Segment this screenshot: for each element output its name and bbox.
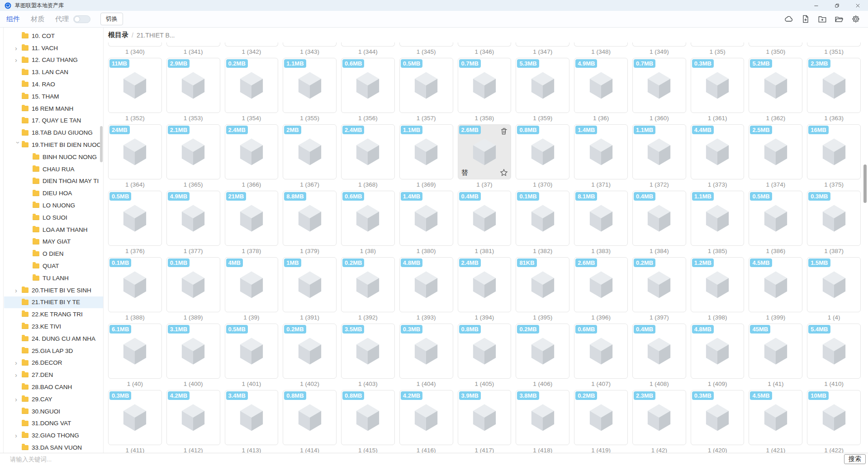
sidebar-item-lo-nuong[interactable]: LO NUONG: [4, 199, 103, 211]
asset-card[interactable]: 0.2MB: [283, 324, 337, 379]
asset-card-partial[interactable]: [749, 42, 802, 47]
sidebar-item-15-tham[interactable]: 15. THAM: [4, 90, 103, 103]
asset-card[interactable]: 3.4MB: [225, 390, 279, 445]
asset-card[interactable]: 3.1MB: [166, 324, 220, 379]
sidebar-item-33-da-san-vuon[interactable]: 33.DA SAN VUON: [4, 442, 103, 453]
sidebar-item-19-thiet-bi-dien-nuoc[interactable]: › 19.THIET BI DIEN NUOC: [4, 139, 103, 151]
sidebar-item-tu-lanh[interactable]: TU LANH: [4, 272, 103, 284]
asset-card[interactable]: 2.1MB: [166, 124, 220, 179]
search-button[interactable]: 搜索: [844, 454, 866, 464]
asset-card[interactable]: 0.6MB: [341, 191, 395, 246]
asset-card[interactable]: 4.4MB: [691, 124, 745, 179]
asset-card[interactable]: 0.1MB: [516, 191, 569, 246]
asset-card[interactable]: 0.4MB: [632, 191, 686, 246]
sidebar-item-28-bao-canh[interactable]: 28.BAO CANH: [4, 381, 103, 393]
asset-card[interactable]: 2.6MB替: [458, 124, 512, 179]
asset-card[interactable]: 2.4MB: [341, 124, 395, 179]
sidebar-item-11-vach[interactable]: › 11. VACH: [4, 42, 103, 54]
asset-card[interactable]: 4.5MB: [749, 257, 802, 312]
asset-card[interactable]: 4.2MB: [166, 390, 220, 445]
asset-card[interactable]: 4.5MB: [749, 390, 802, 445]
sidebar-item-32-giao-thong[interactable]: › 32.GIAO THONG: [4, 429, 103, 442]
sidebar-item-27-den[interactable]: › 27.DEN: [4, 369, 103, 381]
asset-card[interactable]: 5.2MB: [749, 58, 802, 113]
sidebar-item-17-quay-le-tan[interactable]: 17. QUAY LE TAN: [4, 115, 103, 127]
sidebar-item-binh-nuoc-nong[interactable]: BINH NUOC NONG: [4, 151, 103, 163]
open-folder-button[interactable]: [833, 13, 845, 25]
asset-card[interactable]: 0.8MB: [458, 324, 512, 379]
asset-card[interactable]: 0.2MB: [516, 324, 569, 379]
asset-card[interactable]: 1.1MB: [691, 191, 745, 246]
asset-card[interactable]: 0.6MB: [574, 324, 628, 379]
sidebar-item-dieu-hoa[interactable]: DIEU HOA: [4, 187, 103, 199]
breadcrumb-root[interactable]: 根目录: [108, 31, 128, 39]
asset-card[interactable]: 5.4MB: [807, 324, 861, 379]
asset-card[interactable]: 1.2MB: [691, 257, 745, 312]
sidebar-item-20-thiet-bi-ve-sinh[interactable]: › 20.THIET BI VE SINH: [4, 284, 103, 296]
chevron-right-icon[interactable]: ›: [15, 56, 22, 63]
sidebar-item-chau-rua[interactable]: CHAU RUA: [4, 163, 103, 175]
switch-button[interactable]: 切换: [100, 13, 123, 25]
asset-card[interactable]: 1.1MB: [399, 124, 453, 179]
asset-card-partial[interactable]: [225, 42, 279, 47]
asset-card[interactable]: 2.6MB: [574, 257, 628, 312]
asset-card[interactable]: 1.5MB: [807, 257, 861, 312]
asset-card[interactable]: 10MB: [807, 390, 861, 445]
tab-materials[interactable]: 材质: [31, 15, 44, 23]
chevron-right-icon[interactable]: ›: [15, 432, 22, 439]
asset-card[interactable]: 2.4MB: [225, 124, 279, 179]
asset-card[interactable]: 45MB: [749, 324, 802, 379]
sidebar-item-21-thiet-bi-y-te[interactable]: 21.THIET BI Y TE: [4, 296, 103, 309]
asset-card-partial[interactable]: [807, 42, 861, 47]
asset-card-partial[interactable]: [341, 42, 395, 47]
asset-card[interactable]: 8.8MB: [283, 191, 337, 246]
asset-card[interactable]: 0.2MB: [574, 390, 628, 445]
sidebar-item-lo-suoi[interactable]: LO SUOI: [4, 211, 103, 224]
asset-card[interactable]: 16MB: [807, 124, 861, 179]
replace-action-label[interactable]: 替: [461, 169, 468, 177]
grid-scrollbar-thumb[interactable]: [863, 164, 867, 203]
asset-card[interactable]: 0.5MB: [108, 191, 162, 246]
keyword-search-input[interactable]: [0, 453, 840, 465]
close-button[interactable]: [847, 0, 868, 11]
asset-card[interactable]: 3.9MB: [458, 390, 512, 445]
asset-card[interactable]: 0.7MB: [632, 58, 686, 113]
asset-card[interactable]: 4.9MB: [574, 58, 628, 113]
asset-card[interactable]: 4.2MB: [399, 390, 453, 445]
asset-card-partial[interactable]: [166, 42, 220, 47]
chevron-right-icon[interactable]: ›: [15, 396, 22, 403]
sidebar-item-18-tab-dau-giuong[interactable]: 18.TAB DAU GIUONG: [4, 127, 103, 139]
asset-card[interactable]: 0.2MB: [632, 257, 686, 312]
sidebar-item-loa-am-thanh[interactable]: LOA AM THANH: [4, 224, 103, 236]
asset-card[interactable]: 1.4MB: [574, 124, 628, 179]
sidebar-item-13-lan-can[interactable]: 13. LAN CAN: [4, 66, 103, 78]
asset-card[interactable]: 0.3MB: [807, 191, 861, 246]
sidebar-item-29-cay[interactable]: › 29.CAY: [4, 393, 103, 405]
asset-card-partial[interactable]: [399, 42, 453, 47]
asset-card[interactable]: 4.9MB: [166, 191, 220, 246]
asset-card[interactable]: 0.5MB: [225, 324, 279, 379]
tab-components[interactable]: 组件: [6, 15, 20, 23]
asset-card[interactable]: 0.8MB: [516, 124, 569, 179]
asset-card[interactable]: 1.1MB: [283, 58, 337, 113]
tab-proxy[interactable]: 代理: [55, 15, 69, 23]
asset-card[interactable]: 2.9MB: [166, 58, 220, 113]
delete-trash-icon[interactable]: [500, 127, 508, 136]
asset-card[interactable]: 0.5MB: [399, 58, 453, 113]
asset-card[interactable]: 24MB: [108, 124, 162, 179]
asset-card[interactable]: 0.7MB: [458, 58, 512, 113]
asset-card[interactable]: 2.3MB: [807, 58, 861, 113]
asset-card[interactable]: 0.4MB: [458, 191, 512, 246]
chevron-right-icon[interactable]: ›: [15, 359, 22, 366]
proxy-toggle[interactable]: [73, 15, 90, 23]
asset-card-partial[interactable]: [516, 42, 569, 47]
sidebar-item-16-rem-manh[interactable]: 16 REM MANH: [4, 103, 103, 115]
asset-card[interactable]: 0.8MB: [341, 390, 395, 445]
asset-card[interactable]: 5.3MB: [516, 58, 569, 113]
chevron-down-icon[interactable]: ›: [15, 141, 22, 148]
asset-card[interactable]: 2.5MB: [749, 124, 802, 179]
asset-card[interactable]: 0.1MB: [108, 257, 162, 312]
asset-card-partial[interactable]: [458, 42, 512, 47]
restore-button[interactable]: [826, 0, 847, 11]
sidebar-item-quat[interactable]: QUAT: [4, 260, 103, 272]
